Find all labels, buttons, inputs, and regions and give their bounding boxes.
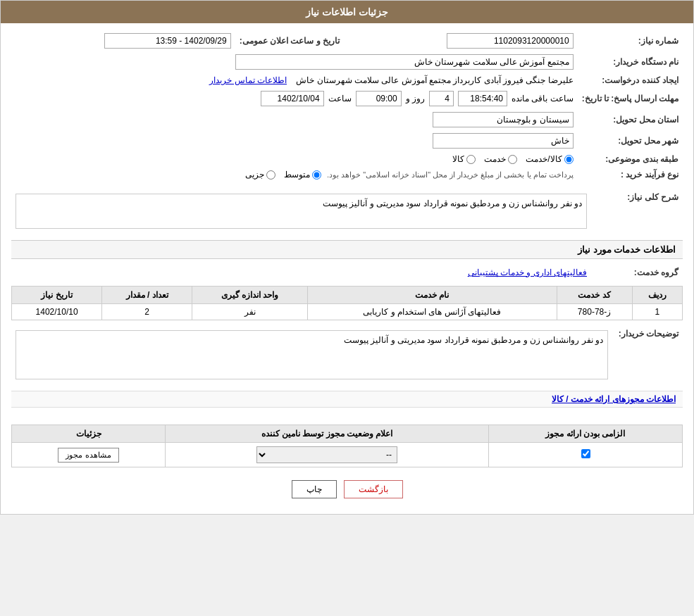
row-mohlat: مهلت ارسال پاسخ: تا تاریخ: ساعت روز و سا… [11, 88, 683, 109]
nam-dastgah-value [11, 51, 578, 73]
group-khadamat-table: گروه خدمت: فعالیتهای اداری و خدمات پشتیب… [11, 265, 683, 280]
mohlat-saat-input[interactable] [356, 91, 402, 106]
row-sharh: شرح کلی نیاز: دو نفر روانشناس زن و مردطب… [11, 188, 683, 234]
sharh-table: شرح کلی نیاز: دو نفر روانشناس زن و مردطب… [11, 188, 683, 234]
khadamat-data-table: ردیف کد خدمت نام خدمت واحد اندازه گیری ت… [11, 286, 683, 320]
group-khadamat-value: فعالیتهای اداری و خدمات پشتیبانی [11, 265, 591, 280]
radio-mota-label: متوسط [284, 170, 310, 180]
noe-far-radio-jozi[interactable]: جزیی [245, 170, 275, 180]
ostan-value [11, 109, 578, 130]
tarikh-input[interactable] [104, 33, 231, 49]
shomare-niaz-input[interactable] [447, 33, 574, 49]
tabaqe-label: طبقه بندی موضوعی: [578, 151, 683, 167]
elzami-checkbox[interactable] [581, 449, 590, 458]
footer-buttons: بازگشت چاپ [11, 472, 683, 507]
col-vahed: واحد اندازه گیری [192, 287, 308, 304]
cell-elzami [489, 443, 683, 467]
rooz-label: روز و [406, 94, 425, 103]
cell-tarikh: 1402/10/10 [12, 304, 102, 320]
tazih-text: دو نفر روانشناس زن و مردطبق نمونه قراردا… [344, 335, 603, 345]
col-status: اعلام وضعیت مجوز توسط نامین کننده [166, 425, 489, 443]
tazih-label: توضیحات خریدار: [612, 325, 683, 385]
col-elzami: الزامی بودن ارائه مجوز [489, 425, 683, 443]
ijad-kannde-value: علیرضا جنگی فیروز آبادی کاربرداز مجتمع آ… [11, 73, 578, 88]
col-kod: کد خدمت [557, 287, 632, 304]
tabaqe-radio-group: کالا خدمت کالا/خدمت [16, 154, 574, 164]
noe-far-radio-group: جزیی متوسط [245, 170, 321, 180]
tabaqe-radio-kala-khadamat[interactable]: کالا/خدمت [526, 154, 573, 164]
khadamat-table-body: 1 ز-78-780 فعالیتهای آژانس های استخدام و… [12, 304, 683, 320]
radio-mota[interactable] [312, 170, 321, 180]
tarikh-label: تاریخ و ساعت اعلان عمومی: [235, 30, 354, 51]
tabaqe-radio-kala[interactable]: کالا [452, 154, 476, 164]
shahr-label: شهر محل تحویل: [578, 130, 683, 151]
ijad-kannde-text: علیرضا جنگی فیروز آبادی کاربرداز مجتمع آ… [296, 75, 573, 85]
radio-jozi-label: جزیی [245, 170, 264, 180]
ostan-input[interactable] [433, 112, 574, 127]
print-button[interactable]: چاپ [292, 480, 337, 498]
sharh-text: دو نفر روانشناس زن و مردطبق نمونه قراردا… [323, 199, 582, 208]
cell-nam: فعالیتهای آژانس های استخدام و کاریابی [308, 304, 557, 320]
radio-kala-label: کالا [452, 154, 464, 164]
mojawaz-table-body: -- مشاهده مجوز [12, 443, 683, 467]
row-shahr: شهر محل تحویل: [11, 130, 683, 151]
mohlat-label: مهلت ارسال پاسخ: تا تاریخ: [578, 88, 683, 109]
nam-dastgah-input[interactable] [235, 54, 574, 70]
noe-far-radio-mota[interactable]: متوسط [284, 170, 321, 180]
radio-kala-khadamat[interactable] [564, 155, 574, 164]
saat-label: ساعت [328, 94, 352, 103]
content-area: شماره نیاز: تاریخ و ساعت اعلان عمومی: نا… [1, 23, 693, 514]
col-nam: نام خدمت [308, 287, 557, 304]
row-group-khadamat: گروه خدمت: فعالیتهای اداری و خدمات پشتیب… [11, 265, 683, 280]
cell-tedad: 2 [102, 304, 192, 320]
ettelaat-tamas-link[interactable]: اطلاعات تماس خریدار [209, 75, 287, 85]
khadamat-table-header: ردیف کد خدمت نام خدمت واحد اندازه گیری ت… [12, 287, 683, 304]
shahr-input[interactable] [433, 133, 574, 149]
cell-vahed: نفر [192, 304, 308, 320]
row-nam-dastgah: نام دستگاه خریدار: [11, 51, 683, 73]
tazih-table: توضیحات خریدار: دو نفر روانشناس زن و مرد… [11, 325, 683, 385]
shomare-niaz-label: شماره نیاز: [578, 30, 683, 51]
status-select[interactable]: -- [256, 446, 397, 463]
nam-dastgah-label: نام دستگاه خریدار: [578, 51, 683, 73]
page-header: جزئیات اطلاعات نیاز [1, 1, 693, 23]
noe-far-value: جزیی متوسط پرداخت تمام یا بخشی از مبلغ خ… [11, 167, 578, 182]
cell-kod: ز-78-780 [557, 304, 632, 320]
row-tabaqe: طبقه بندی موضوعی: کالا خدمت کالا/خدمت [11, 151, 683, 167]
row-noe-far: نوع فرآیند خرید : جزیی متوسط پرداخت تمام… [11, 167, 683, 182]
main-info-table: شماره نیاز: تاریخ و ساعت اعلان عمومی: نا… [11, 30, 683, 182]
back-button[interactable]: بازگشت [344, 480, 403, 498]
row-ijad-kannde: ایجاد کننده درخواست: علیرضا جنگی فیروز آ… [11, 73, 683, 88]
saat-mande-input[interactable] [458, 91, 507, 106]
view-mojawaz-button[interactable]: مشاهده مجوز [58, 448, 118, 463]
mohlat-date-input[interactable] [261, 91, 324, 106]
cell-joziyat: مشاهده مجوز [12, 443, 166, 467]
rooz-value-input[interactable] [429, 91, 454, 106]
radio-khadamat-label: خدمت [484, 154, 506, 164]
mojawaz-link[interactable]: اطلاعات مجوزهای ارائه خدمت / کالا [552, 394, 676, 404]
col-tedad: تعداد / مقدار [102, 287, 192, 304]
cell-status: -- [166, 443, 489, 467]
group-khadamat-link[interactable]: فعالیتهای اداری و خدمات پشتیبانی [468, 268, 587, 277]
khadamat-header-row: ردیف کد خدمت نام خدمت واحد اندازه گیری ت… [12, 287, 683, 304]
sharh-value: دو نفر روانشناس زن و مردطبق نمونه قراردا… [11, 188, 591, 234]
sharh-text-box: دو نفر روانشناس زن و مردطبق نمونه قراردا… [16, 194, 587, 229]
tazih-value: دو نفر روانشناس زن و مردطبق نمونه قراردا… [11, 325, 612, 385]
radio-khadamat[interactable] [508, 155, 517, 164]
mojawaz-header-row: الزامی بودن ارائه مجوز اعلام وضعیت مجوز … [12, 425, 683, 443]
mohlat-value: ساعت روز و ساعت باقی مانده [11, 88, 578, 109]
radio-jozi[interactable] [266, 170, 275, 180]
tabaqe-radio-khadamat[interactable]: خدمت [484, 154, 517, 164]
tazih-text-box: دو نفر روانشناس زن و مردطبق نمونه قراردا… [16, 330, 608, 379]
tabaqe-radios: کالا خدمت کالا/خدمت [11, 151, 578, 167]
ijad-kannde-label: ایجاد کننده درخواست: [578, 73, 683, 88]
noe-far-note: پرداخت تمام یا بخشی از مبلغ خریدار از مح… [327, 170, 574, 180]
shahr-value [11, 130, 578, 151]
khadamat-section-title: اطلاعات خدمات مورد نیاز [11, 240, 683, 259]
shomare-niaz-value [354, 30, 578, 51]
row-ostan: استان محل تحویل: [11, 109, 683, 130]
radio-kala[interactable] [466, 155, 476, 164]
col-tarikh: تاریخ نیاز [12, 287, 102, 304]
row-tazih: توضیحات خریدار: دو نفر روانشناس زن و مرد… [11, 325, 683, 385]
ostan-label: استان محل تحویل: [578, 109, 683, 130]
